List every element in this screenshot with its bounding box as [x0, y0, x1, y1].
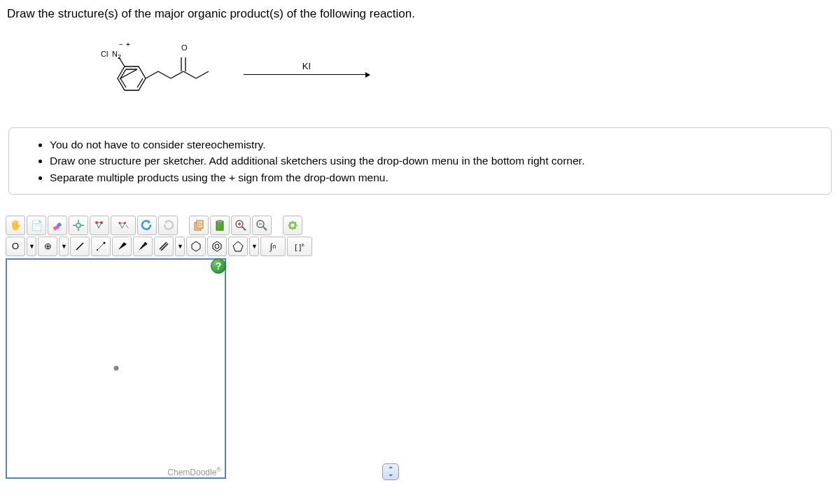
- svg-marker-49: [118, 242, 127, 250]
- svg-line-52: [143, 244, 145, 246]
- double-bond-tool[interactable]: [154, 237, 174, 256]
- instruction-item: Separate multiple products using the + s…: [50, 169, 820, 186]
- svg-point-47: [97, 249, 98, 251]
- chain-tool[interactable]: ∫n: [260, 237, 286, 256]
- bond-dropdown[interactable]: ▼: [175, 237, 185, 256]
- toolbar-row-2: O ▼ ⊕ ▼ ▼ ▼ ∫n [ ]±: [6, 237, 413, 256]
- svg-line-2: [137, 78, 143, 88]
- svg-line-51: [141, 246, 143, 248]
- reactant-structure: Cl N2 − + O: [83, 40, 223, 96]
- svg-marker-1: [120, 69, 137, 78]
- svg-line-27: [120, 223, 122, 227]
- reagent-label: KI: [302, 61, 311, 71]
- instruction-item: Draw one structure per sketcher. Add add…: [50, 153, 820, 169]
- chevron-down-icon: ⌄: [388, 472, 393, 476]
- svg-marker-0: [118, 66, 146, 90]
- label-cl: Cl: [101, 50, 108, 58]
- svg-line-5: [146, 71, 158, 78]
- svg-line-41: [263, 227, 267, 230]
- template-tool[interactable]: [111, 216, 136, 235]
- single-bond-tool[interactable]: [70, 237, 90, 256]
- svg-line-46: [97, 243, 104, 250]
- bracket-tool[interactable]: [ ]±: [287, 237, 312, 256]
- recessed-bond-tool[interactable]: [91, 237, 111, 256]
- paste-button[interactable]: [210, 216, 230, 235]
- instruction-item: You do not have to consider stereochemis…: [50, 136, 820, 153]
- reaction-arrow: KI: [244, 61, 370, 75]
- settings-button[interactable]: [283, 216, 302, 235]
- open-tool[interactable]: 📄: [27, 216, 46, 235]
- reaction-scheme: Cl N2 − + O KI: [83, 36, 834, 99]
- label-n2: N2: [112, 50, 121, 60]
- copy-button[interactable]: D: [189, 216, 209, 235]
- svg-point-58: [215, 244, 219, 248]
- wedge-bond-tool[interactable]: [112, 237, 132, 256]
- chemdoodle-brand-label: ChemDoodle®: [167, 466, 221, 477]
- add-sketcher-dropdown[interactable]: ⌃ ⌄: [382, 463, 399, 480]
- sketcher-wrapper: 🖐 📄 D O ▼ ⊕ ▼ ▼ ▼ ∫n [ ]± ? Che: [6, 216, 413, 479]
- svg-point-14: [76, 223, 80, 227]
- atom-tool[interactable]: O: [6, 237, 25, 256]
- charge-tool[interactable]: ⊕: [38, 237, 57, 256]
- hash-bond-tool[interactable]: [133, 237, 153, 256]
- label-minus: −: [119, 41, 123, 48]
- svg-line-45: [76, 243, 83, 250]
- move-tool[interactable]: 🖐: [6, 216, 25, 235]
- zoom-out-button[interactable]: [252, 216, 272, 235]
- redo-button[interactable]: [158, 216, 178, 235]
- cyclopentane-tool[interactable]: [228, 237, 248, 256]
- svg-line-50: [139, 248, 141, 250]
- toolbar-row-1: 🖐 📄 D: [6, 216, 413, 235]
- label-o: O: [181, 43, 188, 52]
- svg-line-23: [99, 223, 102, 228]
- arrow-line: [244, 74, 370, 75]
- cyclohexane-tool[interactable]: [207, 237, 227, 256]
- benzene-tool[interactable]: [186, 237, 206, 256]
- zoom-in-button[interactable]: [231, 216, 251, 235]
- canvas-starting-atom[interactable]: [113, 366, 118, 371]
- ring-dropdown[interactable]: ▼: [249, 237, 259, 256]
- atom-dropdown[interactable]: ▼: [27, 237, 36, 256]
- center-tool[interactable]: [69, 216, 88, 235]
- svg-line-37: [242, 227, 246, 230]
- svg-marker-59: [233, 241, 243, 251]
- sketcher-canvas[interactable]: ? ChemDoodle®: [6, 258, 226, 479]
- svg-line-3: [120, 78, 126, 88]
- help-button[interactable]: ?: [211, 258, 226, 274]
- svg-line-11: [196, 71, 209, 78]
- undo-button[interactable]: [137, 216, 157, 235]
- svg-marker-56: [192, 241, 200, 251]
- svg-line-28: [122, 223, 125, 227]
- eraser-tool[interactable]: [48, 216, 67, 235]
- label-plus: +: [126, 41, 130, 48]
- instructions-box: You do not have to consider stereochemis…: [8, 127, 832, 195]
- svg-line-7: [171, 71, 183, 78]
- svg-text:D: D: [198, 222, 202, 227]
- clean-tool[interactable]: [90, 216, 109, 235]
- svg-point-48: [104, 241, 106, 244]
- charge-dropdown[interactable]: ▼: [59, 237, 69, 256]
- svg-point-44: [291, 223, 295, 227]
- svg-line-10: [183, 71, 196, 78]
- svg-line-53: [145, 243, 146, 244]
- question-title: Draw the structure(s) of the major organ…: [6, 6, 834, 22]
- svg-line-6: [158, 71, 171, 78]
- svg-rect-35: [218, 220, 222, 223]
- svg-marker-57: [213, 241, 221, 251]
